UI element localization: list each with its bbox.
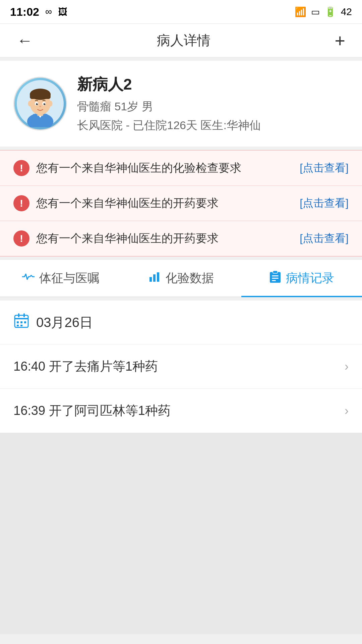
alerts-section: ! 您有一个来自华神仙医生的化验检查要求 [点击查看] ! 您有一个来自华神仙医… bbox=[0, 150, 362, 257]
patient-info: 新病人2 骨髓瘤 51岁 男 长风医院 - 已住院126天 医生:华神仙 bbox=[77, 74, 349, 133]
date-text: 03月26日 bbox=[36, 313, 93, 332]
patient-name: 新病人2 bbox=[77, 74, 349, 95]
status-left: 11:02 ∞ 🖼 bbox=[10, 5, 67, 18]
record-text-1: 16:39 开了阿司匹林等1种药 bbox=[13, 402, 345, 419]
battery-icon: 🔋 bbox=[324, 6, 336, 17]
alert-icon-2: ! bbox=[13, 230, 29, 247]
alert-link-2[interactable]: [点击查看] bbox=[300, 231, 349, 246]
record-text-0: 16:40 开了去痛片等1种药 bbox=[13, 358, 345, 375]
alert-link-1[interactable]: [点击查看] bbox=[300, 196, 349, 211]
svg-rect-23 bbox=[272, 278, 279, 279]
add-button[interactable]: + bbox=[331, 27, 349, 54]
tab-records[interactable]: 病情记录 bbox=[241, 260, 362, 297]
svg-rect-27 bbox=[18, 313, 19, 317]
patient-profile: 新病人2 骨髓瘤 51岁 男 长风医院 - 已住院126天 医生:华神仙 bbox=[0, 61, 362, 147]
record-item-0[interactable]: 16:40 开了去痛片等1种药 › bbox=[0, 344, 362, 389]
svg-rect-28 bbox=[23, 313, 25, 317]
svg-point-15 bbox=[28, 101, 32, 107]
svg-point-12 bbox=[37, 103, 38, 104]
alert-text-1: 您有一个来自华神仙医生的开药要求 bbox=[36, 196, 300, 211]
svg-rect-29 bbox=[17, 321, 19, 323]
status-time: 11:02 bbox=[10, 5, 39, 18]
tab-vitals[interactable]: 体征与医嘱 bbox=[0, 260, 121, 297]
svg-rect-31 bbox=[24, 321, 26, 323]
svg-point-14 bbox=[39, 106, 41, 107]
content-section: 03月26日 16:40 开了去痛片等1种药 › 16:39 开了阿司匹林等1种… bbox=[0, 301, 362, 433]
svg-rect-24 bbox=[272, 280, 276, 281]
patient-hospital: 长风医院 - 已住院126天 医生:华神仙 bbox=[77, 118, 349, 133]
svg-rect-22 bbox=[272, 275, 279, 276]
svg-rect-7 bbox=[30, 92, 51, 99]
loop-icon: ∞ bbox=[45, 6, 52, 17]
svg-rect-30 bbox=[20, 321, 22, 323]
svg-rect-26 bbox=[15, 318, 28, 319]
alert-item-1: ! 您有一个来自华神仙医生的开药要求 [点击查看] bbox=[0, 186, 362, 221]
bar-chart-icon bbox=[148, 270, 161, 286]
patient-detail: 骨髓瘤 51岁 男 bbox=[77, 99, 349, 114]
bottom-area bbox=[0, 433, 362, 634]
tab-records-label: 病情记录 bbox=[286, 270, 334, 286]
svg-point-13 bbox=[45, 103, 45, 104]
status-right: 📶 ▭ 🔋 42 bbox=[295, 6, 352, 17]
battery-level: 42 bbox=[341, 6, 352, 17]
svg-point-11 bbox=[44, 103, 46, 105]
image-icon: 🖼 bbox=[58, 6, 67, 17]
page-title: 病人详情 bbox=[157, 31, 210, 50]
back-button[interactable]: ← bbox=[13, 28, 36, 53]
svg-rect-33 bbox=[20, 325, 22, 326]
alert-item-2: ! 您有一个来自华神仙医生的开药要求 [点击查看] bbox=[0, 221, 362, 256]
svg-rect-18 bbox=[153, 274, 156, 282]
calendar-icon bbox=[13, 313, 29, 332]
signal-icon: ▭ bbox=[311, 6, 320, 17]
avatar bbox=[13, 77, 67, 130]
svg-rect-21 bbox=[273, 271, 278, 273]
tab-vitals-label: 体征与医嘱 bbox=[39, 270, 100, 286]
heartbeat-icon bbox=[21, 270, 35, 286]
alert-text-0: 您有一个来自华神仙医生的化验检查要求 bbox=[36, 160, 300, 176]
svg-rect-17 bbox=[149, 277, 152, 282]
alert-icon-1: ! bbox=[13, 195, 29, 211]
svg-rect-20 bbox=[270, 272, 281, 283]
clipboard-icon bbox=[269, 270, 281, 286]
alert-item-0: ! 您有一个来自华神仙医生的化验检查要求 [点击查看] bbox=[0, 151, 362, 186]
record-item-1[interactable]: 16:39 开了阿司匹林等1种药 › bbox=[0, 389, 362, 433]
tab-lab-label: 化验数据 bbox=[166, 270, 214, 286]
chevron-right-icon-1: › bbox=[345, 404, 349, 418]
wifi-icon: 📶 bbox=[295, 6, 306, 17]
alert-link-0[interactable]: [点击查看] bbox=[300, 161, 349, 175]
svg-point-10 bbox=[36, 103, 38, 105]
svg-rect-32 bbox=[17, 325, 19, 326]
status-bar: 11:02 ∞ 🖼 📶 ▭ 🔋 42 bbox=[0, 0, 362, 23]
date-header: 03月26日 bbox=[0, 301, 362, 344]
chevron-right-icon-0: › bbox=[345, 360, 349, 374]
nav-bar: ← 病人详情 + bbox=[0, 24, 362, 57]
alert-icon-0: ! bbox=[13, 160, 29, 176]
svg-rect-19 bbox=[157, 272, 159, 282]
tabs-container: 体征与医嘱 化验数据 病情记录 bbox=[0, 260, 362, 297]
alert-text-2: 您有一个来自华神仙医生的开药要求 bbox=[36, 231, 300, 246]
svg-point-16 bbox=[49, 101, 52, 107]
tab-lab[interactable]: 化验数据 bbox=[121, 260, 241, 297]
